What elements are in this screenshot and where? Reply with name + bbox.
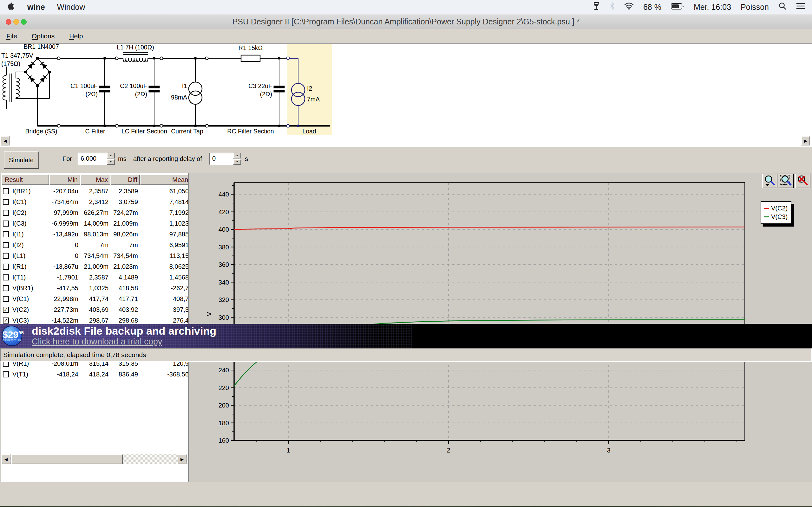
cell-min: -1,7901 bbox=[49, 274, 80, 281]
header-min[interactable]: Min bbox=[49, 175, 80, 185]
wine-glass-icon[interactable] bbox=[593, 2, 600, 12]
header-diff[interactable]: Diff bbox=[110, 175, 140, 185]
c3-esr-label: (2Ω) bbox=[260, 91, 272, 98]
result-name[interactable]: V(C1) bbox=[12, 295, 29, 302]
result-checkbox[interactable] bbox=[3, 199, 9, 205]
result-name[interactable]: I(T1) bbox=[12, 274, 26, 281]
cell-mean: 1,1023 bbox=[140, 220, 189, 227]
result-checkbox[interactable] bbox=[3, 210, 9, 216]
capacitor-c1[interactable] bbox=[99, 58, 110, 126]
result-checkbox[interactable]: ✓ bbox=[3, 318, 9, 324]
capacitor-c2[interactable] bbox=[149, 58, 159, 126]
result-checkbox[interactable] bbox=[3, 274, 9, 280]
result-name[interactable]: I(C3) bbox=[12, 220, 26, 227]
cell-min: 22,998m bbox=[49, 295, 80, 302]
result-name[interactable]: I(I2) bbox=[12, 241, 24, 249]
wifi-icon[interactable] bbox=[624, 2, 634, 12]
table-row: V(BR1)-417,551,0325418,58-262,7 bbox=[2, 283, 189, 293]
i1-current-label: 98mA bbox=[171, 94, 187, 101]
cell-diff: 7m bbox=[110, 241, 140, 249]
menubar-clock[interactable]: Mer. 16:03 bbox=[694, 3, 731, 12]
result-checkbox[interactable] bbox=[3, 231, 9, 237]
window-title: PSU Designer II [C:\Program Files\Duncan… bbox=[0, 17, 812, 26]
result-name[interactable]: V(T1) bbox=[12, 371, 28, 378]
menubar-item-window[interactable]: Window bbox=[57, 3, 85, 12]
cell-mean: 6,9591 bbox=[140, 241, 189, 249]
section-label: Current Tap bbox=[171, 128, 203, 135]
scroll-right-button[interactable]: ▶ bbox=[177, 454, 187, 464]
legend-entry: V(C2) bbox=[764, 204, 788, 213]
c3-label: C3 22uF bbox=[248, 82, 272, 89]
simulate-button[interactable]: Simulate bbox=[4, 152, 39, 169]
duration-input[interactable]: 6,000 bbox=[78, 153, 107, 165]
battery-icon[interactable] bbox=[671, 3, 684, 12]
result-name[interactable]: V(C2) bbox=[12, 306, 29, 314]
scroll-left-button[interactable]: ◀ bbox=[2, 454, 10, 464]
menu-file[interactable]: File bbox=[4, 32, 19, 41]
ad-banner[interactable]: $2995 REGISTRATION disk2disk File backup… bbox=[0, 324, 812, 348]
result-checkbox[interactable] bbox=[3, 253, 9, 259]
scroll-left-button[interactable]: ◀ bbox=[1, 136, 9, 146]
result-name[interactable]: I(L1) bbox=[12, 252, 26, 260]
x-tick-label: 2 bbox=[447, 447, 450, 454]
duration-spinner[interactable]: ▲ ▼ bbox=[107, 153, 115, 165]
header-mean[interactable]: Mean bbox=[140, 175, 189, 185]
schematic-scrollbar[interactable]: ◀ ▶ bbox=[0, 135, 812, 147]
result-name[interactable]: V(BR1) bbox=[12, 285, 33, 292]
bridge-br1[interactable] bbox=[26, 58, 49, 126]
y-tick-label: 380 bbox=[218, 244, 229, 250]
notification-list-icon[interactable] bbox=[796, 2, 805, 12]
spin-down-icon[interactable]: ▼ bbox=[107, 159, 115, 165]
menu-options[interactable]: Options bbox=[30, 32, 56, 41]
header-max[interactable]: Max bbox=[80, 175, 110, 185]
result-name[interactable]: V(C3) bbox=[12, 317, 29, 324]
result-name[interactable]: I(C1) bbox=[12, 199, 26, 206]
result-checkbox[interactable] bbox=[3, 221, 9, 227]
cell-max: 2,3587 bbox=[80, 274, 110, 281]
title-bar[interactable]: PSU Designer II [C:\Program Files\Duncan… bbox=[0, 14, 812, 29]
cell-max: 1,0325 bbox=[80, 285, 110, 292]
cell-mean: 7,4814 bbox=[140, 199, 189, 206]
result-name[interactable]: I(I1) bbox=[12, 231, 24, 238]
capacitor-c3[interactable] bbox=[274, 58, 285, 126]
header-result[interactable]: Result bbox=[2, 175, 49, 185]
result-name[interactable]: I(C2) bbox=[12, 209, 26, 216]
schematic-canvas[interactable]: T1 347,75V (175Ω) BR1 1N4007 C1 100uF (2… bbox=[0, 44, 812, 135]
spin-up-icon[interactable]: ▲ bbox=[233, 153, 241, 158]
menubar-app-name[interactable]: wine bbox=[27, 3, 45, 12]
menu-help[interactable]: Help bbox=[67, 32, 85, 41]
spin-up-icon[interactable]: ▲ bbox=[107, 153, 115, 158]
br1-label: BR1 1N4007 bbox=[23, 44, 59, 50]
scroll-right-button[interactable]: ▶ bbox=[801, 136, 810, 146]
result-checkbox[interactable]: ✓ bbox=[3, 307, 9, 313]
result-checkbox[interactable] bbox=[3, 372, 9, 377]
zoom-select-button[interactable] bbox=[779, 174, 794, 188]
inductor-l1[interactable] bbox=[123, 52, 148, 62]
result-checkbox[interactable] bbox=[3, 242, 9, 248]
result-checkbox[interactable] bbox=[3, 264, 9, 270]
ad-download-link[interactable]: Click here to download a trial copy bbox=[32, 337, 162, 347]
spin-down-icon[interactable]: ▼ bbox=[233, 159, 241, 165]
search-icon[interactable] bbox=[778, 2, 786, 12]
menubar-user[interactable]: Poisson bbox=[741, 3, 769, 12]
delay-input[interactable]: 0 bbox=[209, 153, 233, 165]
ad-headline: disk2disk File backup and archiving bbox=[32, 325, 216, 337]
scrollbar-thumb[interactable] bbox=[11, 454, 123, 464]
delay-spinner[interactable]: ▲ ▼ bbox=[233, 153, 241, 165]
apple-icon[interactable] bbox=[8, 2, 15, 12]
cell-diff: 298,68 bbox=[110, 317, 140, 324]
y-tick-label: 180 bbox=[218, 419, 229, 427]
bluetooth-icon[interactable] bbox=[610, 2, 615, 12]
menu-file-rest: ile bbox=[10, 32, 17, 40]
result-checkbox[interactable] bbox=[3, 285, 9, 291]
resistor-r1[interactable] bbox=[241, 55, 260, 61]
zoom-cancel-button[interactable] bbox=[795, 174, 810, 188]
result-checkbox[interactable] bbox=[3, 296, 9, 302]
zoom-out-button[interactable] bbox=[762, 174, 777, 188]
result-checkbox[interactable] bbox=[3, 188, 9, 194]
chart-legend: V(C2)V(C3) bbox=[761, 201, 792, 224]
table-scrollbar[interactable]: ◀ ▶ bbox=[2, 454, 188, 464]
result-name[interactable]: I(R1) bbox=[12, 263, 26, 270]
current-source-i1[interactable] bbox=[189, 58, 202, 126]
result-name[interactable]: I(BR1) bbox=[12, 187, 31, 195]
